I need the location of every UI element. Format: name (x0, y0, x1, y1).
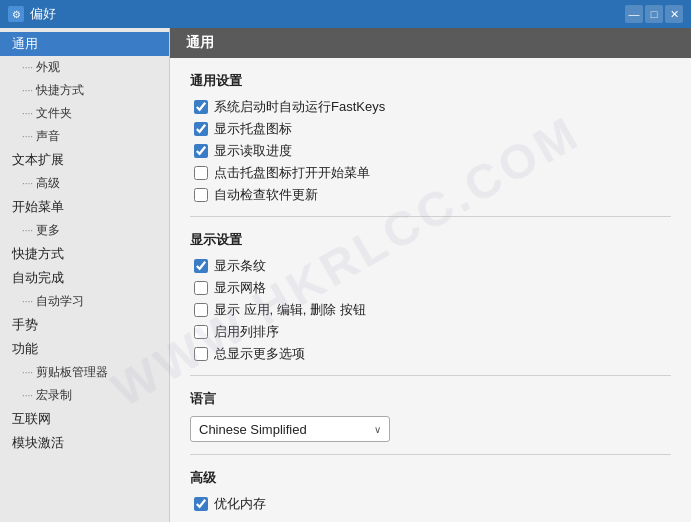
maximize-button[interactable]: □ (645, 5, 663, 23)
sidebar-item-start-menu[interactable]: 开始菜单 (0, 195, 169, 219)
checkbox-auto-run[interactable] (194, 100, 208, 114)
general-settings-group: 系统启动时自动运行FastKeys显示托盘图标显示读取进度点击托盘图标打开开始菜… (194, 98, 671, 204)
checkbox-label-show-buttons: 显示 应用, 编辑, 删除 按钮 (214, 301, 366, 319)
sidebar-item-appearance[interactable]: 外观 (0, 56, 169, 79)
app-icon-symbol: ⚙ (12, 9, 21, 20)
checkbox-auto-check-update[interactable] (194, 188, 208, 202)
checkbox-show-more-options[interactable] (194, 347, 208, 361)
window-title: 偏好 (30, 5, 619, 23)
sidebar-item-internet[interactable]: 互联网 (0, 407, 169, 431)
checkbox-label-click-start-menu: 点击托盘图标打开开始菜单 (214, 164, 370, 182)
content-header-title: 通用 (186, 34, 214, 50)
checkbox-show-buttons[interactable] (194, 303, 208, 317)
window-controls: — □ ✕ (625, 5, 683, 23)
checkbox-item-click-start-menu[interactable]: 点击托盘图标打开开始菜单 (194, 164, 671, 182)
sidebar-item-sound[interactable]: 声音 (0, 125, 169, 148)
title-bar: ⚙ 偏好 — □ ✕ (0, 0, 691, 28)
sidebar-item-general[interactable]: 通用 (0, 32, 169, 56)
divider-2 (190, 375, 671, 376)
checkbox-label-show-more-options: 总显示更多选项 (214, 345, 305, 363)
minimize-button[interactable]: — (625, 5, 643, 23)
checkbox-item-optimize-memory[interactable]: 优化内存 (194, 495, 671, 513)
sidebar-item-clipboard[interactable]: 剪贴板管理器 (0, 361, 169, 384)
checkbox-label-enable-list-sort: 启用列排序 (214, 323, 279, 341)
checkbox-show-grid[interactable] (194, 281, 208, 295)
checkbox-item-show-buttons[interactable]: 显示 应用, 编辑, 删除 按钮 (194, 301, 671, 319)
divider-3 (190, 454, 671, 455)
language-section: 语言 Chinese Simplified ∨ (190, 390, 671, 442)
checkbox-item-show-progress[interactable]: 显示读取进度 (194, 142, 671, 160)
content-body: 通用设置 系统启动时自动运行FastKeys显示托盘图标显示读取进度点击托盘图标… (170, 58, 691, 522)
checkbox-label-auto-run: 系统启动时自动运行FastKeys (214, 98, 385, 116)
main-container: 通用外观快捷方式文件夹声音文本扩展高级开始菜单更多快捷方式自动完成自动学习手势功… (0, 28, 691, 522)
sidebar-item-module[interactable]: 模块激活 (0, 431, 169, 455)
sidebar-item-gesture[interactable]: 手势 (0, 313, 169, 337)
checkbox-label-optimize-memory: 优化内存 (214, 495, 266, 513)
divider-1 (190, 216, 671, 217)
sidebar-item-shortcuts[interactable]: 快捷方式 (0, 79, 169, 102)
advanced-section-title: 高级 (190, 469, 671, 487)
content-header: 通用 (170, 28, 691, 58)
checkbox-show-progress[interactable] (194, 144, 208, 158)
sidebar-item-recorder[interactable]: 宏录制 (0, 384, 169, 407)
checkbox-optimize-memory[interactable] (194, 497, 208, 511)
language-dropdown-value: Chinese Simplified (199, 422, 307, 437)
language-section-title: 语言 (190, 390, 671, 408)
chevron-down-icon: ∨ (374, 424, 381, 435)
checkbox-label-show-tray: 显示托盘图标 (214, 120, 292, 138)
checkbox-click-start-menu[interactable] (194, 166, 208, 180)
checkbox-show-tray[interactable] (194, 122, 208, 136)
sidebar-item-folder[interactable]: 文件夹 (0, 102, 169, 125)
sidebar-item-text-expand[interactable]: 文本扩展 (0, 148, 169, 172)
checkbox-label-show-stripe: 显示条纹 (214, 257, 266, 275)
language-dropdown[interactable]: Chinese Simplified ∨ (190, 416, 390, 442)
display-settings-title: 显示设置 (190, 231, 671, 249)
checkbox-show-stripe[interactable] (194, 259, 208, 273)
checkbox-label-show-progress: 显示读取进度 (214, 142, 292, 160)
checkbox-item-enable-list-sort[interactable]: 启用列排序 (194, 323, 671, 341)
sidebar-item-function[interactable]: 功能 (0, 337, 169, 361)
checkbox-label-show-grid: 显示网格 (214, 279, 266, 297)
general-settings-title: 通用设置 (190, 72, 671, 90)
advanced-settings-group: 优化内存 (194, 495, 671, 513)
checkbox-item-show-stripe[interactable]: 显示条纹 (194, 257, 671, 275)
sidebar-item-advanced[interactable]: 高级 (0, 172, 169, 195)
app-icon: ⚙ (8, 6, 24, 22)
checkbox-item-auto-check-update[interactable]: 自动检查软件更新 (194, 186, 671, 204)
sidebar-item-autocomplete[interactable]: 自动完成 (0, 266, 169, 290)
sidebar-item-more[interactable]: 更多 (0, 219, 169, 242)
display-settings-group: 显示条纹显示网格显示 应用, 编辑, 删除 按钮启用列排序总显示更多选项 (194, 257, 671, 363)
content-area: 通用 通用设置 系统启动时自动运行FastKeys显示托盘图标显示读取进度点击托… (170, 28, 691, 522)
sidebar-item-shortcut-mode[interactable]: 快捷方式 (0, 242, 169, 266)
checkbox-item-show-tray[interactable]: 显示托盘图标 (194, 120, 671, 138)
checkbox-item-show-more-options[interactable]: 总显示更多选项 (194, 345, 671, 363)
checkbox-item-show-grid[interactable]: 显示网格 (194, 279, 671, 297)
checkbox-label-auto-check-update: 自动检查软件更新 (214, 186, 318, 204)
close-button[interactable]: ✕ (665, 5, 683, 23)
checkbox-item-auto-run[interactable]: 系统启动时自动运行FastKeys (194, 98, 671, 116)
sidebar: 通用外观快捷方式文件夹声音文本扩展高级开始菜单更多快捷方式自动完成自动学习手势功… (0, 28, 170, 522)
sidebar-item-auto-learn[interactable]: 自动学习 (0, 290, 169, 313)
checkbox-enable-list-sort[interactable] (194, 325, 208, 339)
